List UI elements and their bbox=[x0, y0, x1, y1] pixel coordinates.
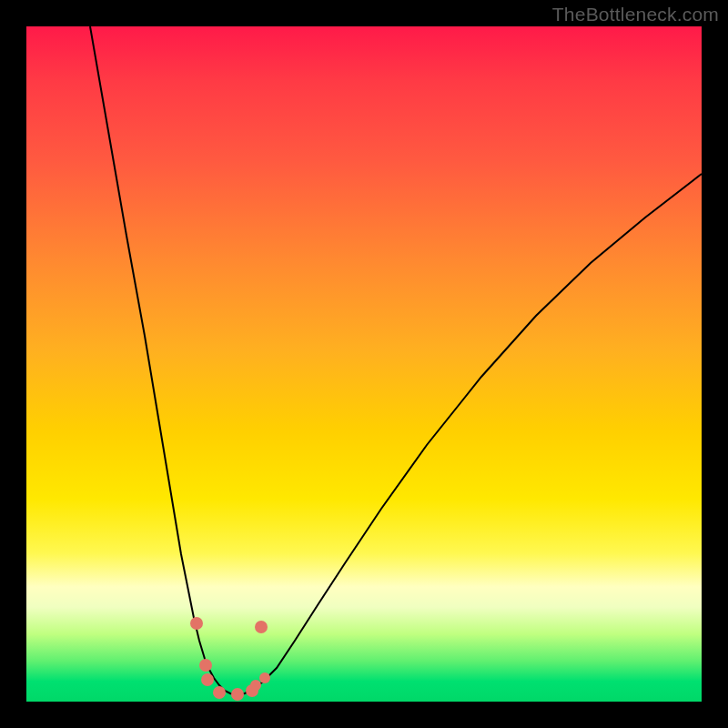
watermark-text: TheBottleneck.com bbox=[552, 4, 719, 25]
data-dot bbox=[259, 672, 270, 683]
data-dot bbox=[201, 673, 214, 686]
curve-right-branch bbox=[236, 174, 702, 695]
data-dot bbox=[213, 686, 226, 699]
data-dots-group bbox=[190, 617, 270, 701]
data-dot bbox=[255, 621, 268, 633]
curve-left-branch bbox=[90, 26, 236, 695]
bottleneck-curve-svg bbox=[26, 26, 702, 702]
data-dot bbox=[231, 688, 244, 701]
data-dot bbox=[250, 680, 261, 691]
chart-frame bbox=[26, 26, 702, 702]
data-dot bbox=[199, 659, 212, 672]
data-dot bbox=[190, 617, 203, 630]
